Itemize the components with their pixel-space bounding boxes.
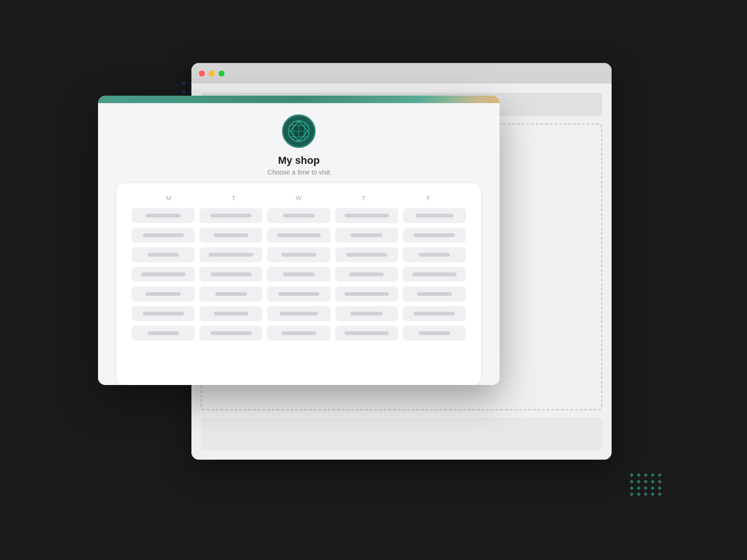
calendar-container: MTWTF: [117, 183, 481, 385]
slot-row: [132, 208, 466, 223]
slot-label-bar: [278, 292, 319, 296]
modal-body: My shop Choose a time to visit MTWTF: [98, 103, 500, 385]
shop-avatar: [282, 114, 316, 148]
bg-bottom-bar: [201, 418, 602, 450]
shop-subtitle: Choose a time to visit: [268, 168, 330, 176]
time-slot[interactable]: [132, 267, 195, 282]
slot-label-bar: [419, 331, 451, 335]
scene: (function(){ const dp = document.current…: [70, 35, 677, 525]
slot-label-bar: [416, 214, 453, 217]
traffic-light-minimize: [209, 70, 215, 77]
time-slot[interactable]: [267, 306, 330, 321]
slot-row: [132, 306, 466, 321]
time-slot[interactable]: [403, 267, 466, 282]
time-slot[interactable]: [267, 228, 330, 243]
day-label: T: [331, 195, 396, 202]
slot-row: [132, 267, 466, 282]
time-slots-grid: [132, 208, 466, 341]
shop-logo-icon: [287, 119, 311, 143]
time-slot[interactable]: [335, 247, 398, 262]
slot-row: [132, 287, 466, 301]
slot-label-bar: [282, 253, 316, 257]
time-slot[interactable]: [403, 287, 466, 301]
time-slot[interactable]: [335, 228, 398, 243]
time-slot[interactable]: [267, 267, 330, 282]
time-slot[interactable]: [403, 247, 466, 262]
slot-row: [132, 247, 466, 262]
slot-label-bar: [141, 273, 185, 276]
time-slot[interactable]: [132, 326, 195, 341]
slot-label-bar: [351, 233, 382, 237]
slot-label-bar: [349, 273, 384, 276]
slot-label-bar: [283, 273, 315, 276]
time-slot[interactable]: [132, 228, 195, 243]
traffic-light-close: [199, 70, 205, 77]
slot-label-bar: [345, 214, 389, 217]
slot-label-bar: [211, 273, 252, 276]
slot-label-bar: [215, 292, 247, 296]
slot-label-bar: [143, 233, 184, 237]
time-slot[interactable]: [335, 287, 398, 301]
time-slot[interactable]: [335, 306, 398, 321]
time-slot[interactable]: [132, 306, 195, 321]
slot-label-bar: [148, 331, 179, 335]
time-slot[interactable]: [335, 267, 398, 282]
day-label: W: [266, 195, 331, 202]
day-label: F: [396, 195, 461, 202]
time-slot[interactable]: [267, 247, 330, 262]
day-label: T: [201, 195, 266, 202]
time-slot[interactable]: [335, 326, 398, 341]
slot-label-bar: [209, 253, 253, 257]
time-slot[interactable]: [267, 287, 330, 301]
slot-label-bar: [414, 312, 455, 315]
slot-label-bar: [146, 214, 180, 217]
slot-label-bar: [214, 233, 248, 237]
slot-label-bar: [277, 233, 321, 237]
slot-label-bar: [351, 312, 382, 315]
time-slot[interactable]: [403, 228, 466, 243]
slot-label-bar: [417, 292, 451, 296]
time-slot[interactable]: [199, 247, 262, 262]
time-slot[interactable]: [199, 306, 262, 321]
traffic-light-fullscreen: [218, 70, 225, 77]
day-label: M: [136, 195, 201, 202]
slot-label-bar: [211, 331, 252, 335]
time-slot[interactable]: [132, 247, 195, 262]
bg-titlebar: [191, 63, 612, 84]
time-slot[interactable]: [132, 208, 195, 223]
time-slot[interactable]: [199, 326, 262, 341]
slot-label-bar: [280, 312, 317, 315]
slot-row: [132, 326, 466, 341]
shop-name: My shop: [278, 154, 319, 167]
shop-profile-section: My shop Choose a time to visit: [268, 103, 330, 183]
slot-label-bar: [412, 273, 457, 276]
slot-label-bar: [211, 214, 252, 217]
modal-header-bar: [98, 96, 500, 103]
day-headers: MTWTF: [132, 195, 466, 202]
slot-label-bar: [414, 233, 455, 237]
slot-label-bar: [283, 214, 315, 217]
slot-label-bar: [419, 253, 451, 257]
slot-label-bar: [143, 312, 184, 315]
slot-label-bar: [345, 292, 389, 296]
slot-row: [132, 228, 466, 243]
slot-label-bar: [345, 331, 389, 335]
time-slot[interactable]: [403, 306, 466, 321]
time-slot[interactable]: [132, 287, 195, 301]
slot-label-bar: [148, 253, 179, 257]
slot-label-bar: [282, 331, 316, 335]
slot-label-bar: [146, 292, 180, 296]
time-slot[interactable]: [403, 326, 466, 341]
time-slot[interactable]: [199, 208, 262, 223]
time-slot[interactable]: [403, 208, 466, 223]
scheduling-modal: My shop Choose a time to visit MTWTF: [98, 96, 500, 385]
time-slot[interactable]: [267, 208, 330, 223]
slot-label-bar: [214, 312, 248, 315]
time-slot[interactable]: [199, 287, 262, 301]
time-slot[interactable]: [199, 228, 262, 243]
time-slot[interactable]: [267, 326, 330, 341]
time-slot[interactable]: [335, 208, 398, 223]
teal-pattern-decoration: (function(){ const tp = document.current…: [630, 474, 663, 497]
time-slot[interactable]: [199, 267, 262, 282]
slot-label-bar: [346, 253, 387, 257]
